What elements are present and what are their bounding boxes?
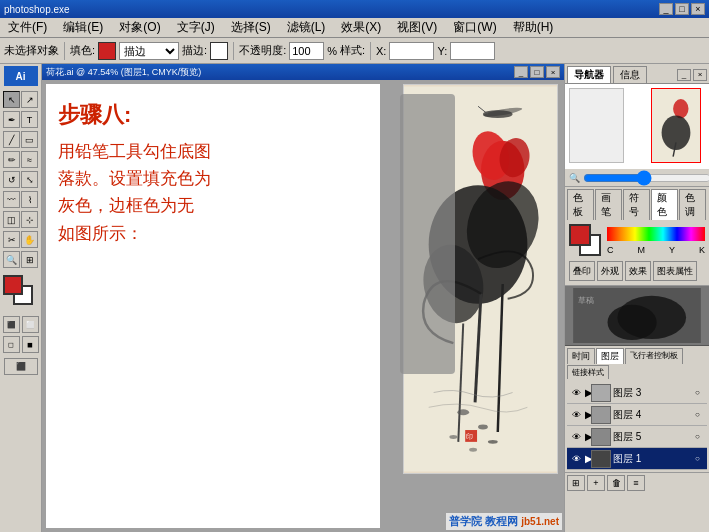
zoom-tool[interactable]: 🔍 bbox=[3, 251, 20, 268]
table-row[interactable]: 👁 ▶ 图层 3 ○ bbox=[567, 382, 707, 404]
doc-maximize[interactable]: □ bbox=[530, 66, 544, 78]
layer-lock-0[interactable]: ○ bbox=[695, 388, 705, 398]
pencil-tool[interactable]: ✏ bbox=[3, 151, 20, 168]
scale-tool[interactable]: ⤡ bbox=[21, 171, 38, 188]
svg-point-15 bbox=[449, 435, 457, 439]
zoom-out-icon[interactable]: 🔍 bbox=[569, 173, 580, 183]
tab-link-styles[interactable]: 链接样式 bbox=[567, 365, 609, 379]
menu-window[interactable]: 窗口(W) bbox=[449, 18, 500, 37]
scissors-tool[interactable]: ✂ bbox=[3, 231, 20, 248]
tab-timeline[interactable]: 时间 bbox=[567, 348, 595, 364]
k-label: K bbox=[699, 245, 705, 255]
svg-point-16 bbox=[487, 440, 497, 444]
nav-panel-minimize[interactable]: _ bbox=[677, 69, 691, 81]
hand-tool[interactable]: ✋ bbox=[21, 231, 38, 248]
new-layer-btn[interactable]: + bbox=[587, 475, 605, 491]
delete-layer-btn[interactable]: 🗑 bbox=[607, 475, 625, 491]
opacity-input[interactable] bbox=[289, 42, 324, 60]
eye-icon-0[interactable]: 👁 bbox=[569, 386, 583, 400]
preview-mode[interactable]: ◼ bbox=[22, 336, 39, 353]
menu-select[interactable]: 选择(S) bbox=[227, 18, 275, 37]
x-input[interactable] bbox=[389, 42, 434, 60]
fill-none-btn[interactable]: ⬛ bbox=[3, 316, 20, 333]
type-tool[interactable]: T bbox=[21, 111, 38, 128]
menu-help[interactable]: 帮助(H) bbox=[509, 18, 558, 37]
menu-text[interactable]: 文字(J) bbox=[173, 18, 219, 37]
menu-effect[interactable]: 效果(X) bbox=[337, 18, 385, 37]
tab-navigator[interactable]: 导航器 bbox=[567, 66, 611, 83]
color-gradient-bar[interactable] bbox=[607, 227, 705, 241]
menu-file[interactable]: 文件(F) bbox=[4, 18, 51, 37]
selection-tool[interactable]: ↖ bbox=[3, 91, 20, 108]
table-row[interactable]: 👁 ▶ 图层 5 ○ bbox=[567, 426, 707, 448]
tool-group-gradient: ◫ ⊹ bbox=[2, 211, 40, 228]
maximize-button[interactable]: □ bbox=[675, 3, 689, 15]
line-tool[interactable]: ╱ bbox=[3, 131, 20, 148]
layer-thumb-2 bbox=[591, 428, 611, 446]
fill-color-swatch[interactable] bbox=[98, 42, 116, 60]
new-layer-set-btn[interactable]: ⊞ bbox=[567, 475, 585, 491]
nav-preview-bg bbox=[565, 84, 709, 169]
tab-tone[interactable]: 色调 bbox=[679, 189, 706, 220]
nav-panel-buttons: _ × bbox=[677, 66, 707, 83]
smooth-tool[interactable]: ≈ bbox=[21, 151, 38, 168]
tab-color-swatch[interactable]: 色板 bbox=[567, 189, 594, 220]
layer-lock-1[interactable]: ○ bbox=[695, 410, 705, 420]
rotate-tool[interactable]: ↺ bbox=[3, 171, 20, 188]
pen-tool[interactable]: ✒ bbox=[3, 111, 20, 128]
normal-mode[interactable]: ◻ bbox=[3, 336, 20, 353]
screen-btn[interactable]: ⬛ bbox=[4, 358, 38, 375]
y-label: Y bbox=[669, 245, 675, 255]
eye-icon-3[interactable]: 👁 bbox=[569, 452, 583, 466]
table-row[interactable]: 👁 ▶ 图层 1 ○ bbox=[567, 448, 707, 470]
doc-minimize[interactable]: _ bbox=[514, 66, 528, 78]
doc-close[interactable]: × bbox=[546, 66, 560, 78]
eye-icon-2[interactable]: 👁 bbox=[569, 430, 583, 444]
fill-gradient-btn[interactable]: ⬜ bbox=[22, 316, 39, 333]
menu-filter[interactable]: 滤镜(L) bbox=[283, 18, 330, 37]
layer-options-btn[interactable]: ≡ bbox=[627, 475, 645, 491]
minimize-button[interactable]: _ bbox=[659, 3, 673, 15]
appearance-btn[interactable]: 外观 bbox=[597, 261, 623, 281]
menu-view[interactable]: 视图(V) bbox=[393, 18, 441, 37]
tab-layers[interactable]: 图层 bbox=[596, 348, 624, 364]
tab-info[interactable]: 信息 bbox=[613, 66, 647, 83]
app-title: photoshop.exe bbox=[4, 4, 70, 15]
menu-edit[interactable]: 编辑(E) bbox=[59, 18, 107, 37]
graphic-style-btn[interactable]: 图表属性 bbox=[653, 261, 697, 281]
tool-group-scissors: ✂ ✋ bbox=[2, 231, 40, 248]
warp-tool[interactable]: 〰 bbox=[3, 191, 20, 208]
layer-name-1: 图层 4 bbox=[613, 408, 693, 422]
nav-panel-close[interactable]: × bbox=[693, 69, 707, 81]
svg-text:印: 印 bbox=[466, 433, 473, 440]
layer-lock-2[interactable]: ○ bbox=[695, 432, 705, 442]
color-content: C M Y K 叠印 外观 效果 图表属性 bbox=[565, 220, 709, 285]
tab-color[interactable]: 颜色 bbox=[651, 189, 678, 220]
effect-btn[interactable]: 效果 bbox=[625, 261, 651, 281]
column-graph-tool[interactable]: ⌇ bbox=[21, 191, 38, 208]
tab-symbol[interactable]: 符号 bbox=[623, 189, 650, 220]
fill-mode-select[interactable]: 描边 bbox=[119, 42, 179, 60]
gradient-tool[interactable]: ◫ bbox=[3, 211, 20, 228]
y-input[interactable] bbox=[450, 42, 495, 60]
extra-tool[interactable]: ⊞ bbox=[21, 251, 38, 268]
eye-icon-1[interactable]: 👁 bbox=[569, 408, 583, 422]
color-controls: C M Y K bbox=[607, 227, 705, 255]
layer-triangle-3: ▶ bbox=[585, 453, 589, 464]
zoom-slider[interactable] bbox=[583, 173, 709, 183]
tab-flyout[interactable]: 飞行者控制板 bbox=[625, 348, 683, 364]
overprint-btn[interactable]: 叠印 bbox=[569, 261, 595, 281]
direct-select-tool[interactable]: ↗ bbox=[21, 91, 38, 108]
tool-group-pen: ✒ T bbox=[2, 111, 40, 128]
stroke-color-swatch[interactable] bbox=[210, 42, 228, 60]
eyedropper-tool[interactable]: ⊹ bbox=[21, 211, 38, 228]
rect-tool[interactable]: ▭ bbox=[21, 131, 38, 148]
table-row[interactable]: 👁 ▶ 图层 4 ○ bbox=[567, 404, 707, 426]
fg-color-box[interactable] bbox=[569, 224, 591, 246]
tab-brush[interactable]: 画笔 bbox=[595, 189, 622, 220]
layer-lock-3[interactable]: ○ bbox=[695, 454, 705, 464]
close-button[interactable]: × bbox=[691, 3, 705, 15]
screen-mode-group2: ◻ ◼ bbox=[3, 336, 39, 353]
foreground-color[interactable] bbox=[3, 275, 23, 295]
menu-object[interactable]: 对象(O) bbox=[115, 18, 164, 37]
